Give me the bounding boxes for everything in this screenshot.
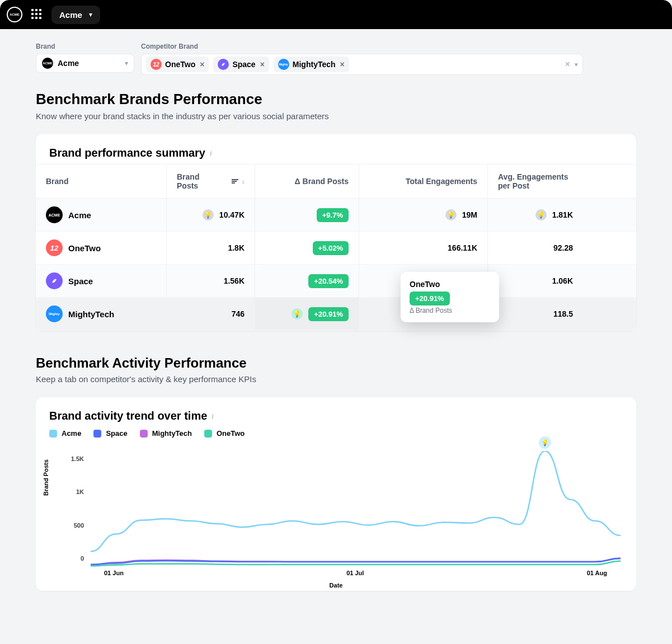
table-header: Brand Brand Posts ↓ Δ Brand Posts Total …	[36, 164, 636, 199]
table-row[interactable]: 12OneTwo 1.8K +5.02% 166.11K 92.28	[36, 232, 636, 265]
row-eng: 166.11K	[448, 243, 477, 252]
section-title: Benchmark Activity Performance	[36, 355, 636, 371]
competitor-chip: 12 OneTwo ×	[146, 57, 209, 72]
filter-bar: Brand ACME Acme ▾ Competitor Brand 12 On…	[36, 43, 636, 75]
mightytech-avatar-icon: Mighty	[46, 305, 63, 322]
remove-chip-icon[interactable]: ×	[200, 60, 204, 69]
legend-item[interactable]: Space	[93, 429, 127, 438]
table-row[interactable]: MightyMightyTech 746 💡+20.91% 118.5	[36, 298, 636, 331]
competitor-chip: Space ×	[213, 57, 269, 72]
space-avatar-icon	[218, 59, 229, 70]
acme-avatar-icon: ACME	[46, 206, 63, 223]
section-subtitle: Know where your brand stacks in the indu…	[36, 111, 636, 121]
competitor-chip: Mighty MightyTech ×	[274, 57, 349, 72]
acme-avatar-icon: ACME	[42, 58, 53, 69]
legend-swatch-icon	[140, 430, 148, 438]
row-avg: 92.28	[553, 243, 573, 252]
chip-label: OneTwo	[165, 60, 195, 69]
onetwo-avatar-icon: 12	[151, 59, 162, 70]
sort-desc-icon[interactable]	[232, 179, 238, 184]
chevron-down-icon: ▾	[89, 11, 92, 18]
brand-select[interactable]: ACME Acme ▾	[36, 54, 134, 73]
info-icon[interactable]: i	[210, 149, 212, 158]
info-icon[interactable]: i	[212, 412, 214, 421]
remove-chip-icon[interactable]: ×	[340, 60, 345, 69]
legend-swatch-icon	[204, 430, 212, 438]
row-brand: MightyTech	[68, 309, 114, 319]
insight-bulb-icon[interactable]: 💡	[292, 308, 303, 319]
competitor-multiselect[interactable]: 12 OneTwo × Space × Mighty MightyTech ×	[141, 54, 583, 75]
col-brand[interactable]: Brand	[36, 164, 167, 198]
chart-plot-area	[91, 451, 621, 568]
row-posts: 1.56K	[224, 276, 245, 285]
col-brand-posts[interactable]: Brand Posts ↓	[167, 164, 255, 198]
col-engagements[interactable]: Total Engagements	[359, 164, 488, 198]
chart-insight-icon[interactable]: 💡	[539, 436, 551, 449]
cell-tooltip: OneTwo +20.91% Δ Brand Posts	[401, 272, 499, 322]
row-posts: 10.47K	[219, 210, 245, 219]
space-avatar-icon	[46, 272, 63, 289]
col-delta-posts[interactable]: Δ Brand Posts	[255, 164, 359, 198]
legend-swatch-icon	[93, 430, 101, 438]
delta-badge: +9.7%	[317, 208, 349, 222]
legend-item[interactable]: MightyTech	[140, 429, 192, 438]
brand-select-value: Acme	[58, 59, 79, 68]
competitor-filter: Competitor Brand 12 OneTwo × Space × Mig…	[141, 43, 636, 75]
chevron-down-icon[interactable]: ▾	[575, 61, 578, 68]
row-brand: Acme	[68, 210, 91, 220]
brand-switcher[interactable]: Acme ▾	[51, 6, 100, 24]
y-axis-ticks: 1.5K 1K 500 0	[67, 455, 84, 562]
line-chart[interactable]: Brand Posts 1.5K 1K 500 0 💡 01 Jun 01 Ju…	[36, 445, 636, 591]
card-title: Brand activity trend over time	[49, 410, 207, 422]
delta-badge: +20.91%	[308, 307, 349, 321]
card-title: Brand performance summary	[49, 147, 205, 159]
table-row[interactable]: Space 1.56K +20.54% 1.66M 1.06K	[36, 265, 636, 298]
legend-item[interactable]: Acme	[49, 429, 81, 438]
tooltip-value: +20.91%	[410, 292, 450, 305]
row-posts: 746	[232, 309, 245, 318]
x-axis-ticks: 01 Jun 01 Jul 01 Aug	[91, 570, 621, 576]
brand-performance-card: Brand performance summary i Brand Brand …	[36, 134, 636, 331]
row-eng: 19M	[462, 210, 477, 219]
brand-filter-label: Brand	[36, 43, 134, 50]
section-subtitle: Keep a tab on competitor's activity & ke…	[36, 374, 636, 384]
legend-swatch-icon	[49, 430, 57, 438]
apps-grid-icon[interactable]	[31, 9, 43, 20]
row-avg: 1.06K	[552, 276, 573, 285]
tooltip-brand: OneTwo	[410, 280, 490, 289]
activity-trend-card: Brand activity trend over time i Acme Sp…	[36, 397, 636, 591]
clear-all-icon[interactable]: ×	[565, 59, 570, 69]
row-brand: Space	[68, 276, 93, 286]
insight-bulb-icon[interactable]: 💡	[445, 209, 457, 220]
delta-badge: +20.54%	[308, 274, 349, 288]
brand-switcher-label: Acme	[59, 10, 82, 20]
onetwo-avatar-icon: 12	[46, 239, 63, 256]
row-posts: 1.8K	[228, 243, 245, 252]
delta-badge: +5.02%	[313, 241, 349, 255]
row-brand: OneTwo	[68, 243, 101, 253]
x-axis-label: Date	[330, 582, 343, 589]
competitor-filter-label: Competitor Brand	[141, 43, 636, 50]
remove-chip-icon[interactable]: ×	[260, 60, 265, 69]
brand-filter: Brand ACME Acme ▾	[36, 43, 134, 75]
section-title: Benchmark Brands Performance	[36, 91, 636, 108]
insight-bulb-icon[interactable]: 💡	[203, 209, 214, 220]
mightytech-avatar-icon: Mighty	[278, 59, 289, 70]
topbar: ACME Acme ▾	[0, 0, 672, 29]
chevron-down-icon: ▾	[125, 59, 128, 67]
chip-label: Space	[232, 60, 255, 69]
row-avg: 118.5	[553, 309, 573, 318]
col-avg-eng[interactable]: Avg. Engagements per Post	[488, 164, 583, 198]
acme-logo-icon: ACME	[7, 7, 22, 22]
insight-bulb-icon[interactable]: 💡	[535, 209, 547, 220]
performance-table: Brand Brand Posts ↓ Δ Brand Posts Total …	[36, 164, 636, 331]
chip-label: MightyTech	[293, 60, 336, 69]
row-avg: 1.81K	[552, 210, 573, 219]
y-axis-label: Brand Posts	[43, 459, 49, 496]
legend-item[interactable]: OneTwo	[204, 429, 245, 438]
table-row[interactable]: ACMEAcme 💡10.47K +9.7% 💡19M 💡1.81K	[36, 199, 636, 232]
tooltip-metric: Δ Brand Posts	[410, 307, 490, 314]
